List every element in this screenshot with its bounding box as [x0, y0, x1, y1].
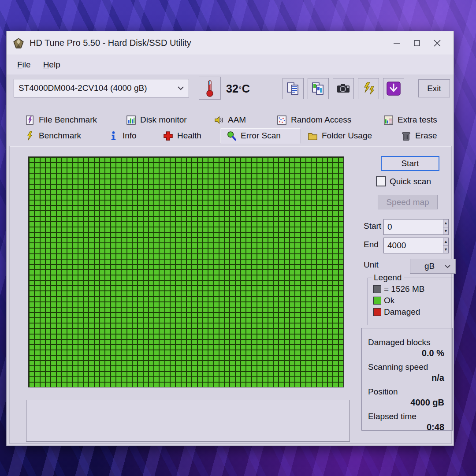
upload-results-icon: [361, 81, 376, 96]
speed-map-label: Speed map: [386, 197, 429, 207]
chevron-down-icon: [177, 86, 184, 90]
exit-label: Exit: [427, 84, 441, 93]
end-range-spinner: ▲ ▼: [443, 238, 448, 253]
tab-file-benchmark[interactable]: File Benchmark: [18, 112, 119, 128]
elapsed-time-label: Elapsed time: [368, 412, 446, 421]
save-results-button[interactable]: [383, 78, 404, 99]
end-range-input[interactable]: [384, 238, 443, 253]
erase-trash-icon: [401, 131, 411, 141]
download-arrow-icon: [386, 81, 402, 97]
tab-folder-usage[interactable]: Folder Usage: [301, 128, 394, 144]
speed-map-button[interactable]: Speed map: [378, 195, 438, 209]
legend-label: = 1526 MB: [384, 284, 424, 294]
start-scan-button[interactable]: Start: [381, 156, 439, 171]
legend-title: Legend: [372, 273, 404, 283]
legend-group: Legend = 1526 MB Ok Damaged: [368, 278, 454, 325]
benchmark-icon: [25, 131, 35, 141]
tab-row-2: Benchmark Info Health Err: [18, 128, 451, 144]
exit-button[interactable]: Exit: [418, 79, 450, 97]
temperature-value: 32: [226, 82, 238, 95]
disk-monitor-icon: [126, 115, 136, 125]
camera-icon: [336, 81, 351, 96]
damaged-swatch: [373, 308, 381, 316]
spin-up-icon[interactable]: ▲: [443, 238, 448, 246]
titlebar[interactable]: HD Tune Pro 5.50 - Hard Disk/SSD Utility: [7, 31, 454, 55]
tab-health[interactable]: Health: [156, 128, 220, 144]
tab-extra-tests[interactable]: Extra tests: [377, 112, 443, 128]
tab-random-access[interactable]: Random Access: [270, 112, 377, 128]
unit-label: Unit: [364, 260, 379, 270]
folder-usage-icon: [308, 131, 318, 141]
tab-label: Error Scan: [241, 131, 281, 141]
tab-label: File Benchmark: [39, 115, 97, 125]
temperature-scale: C: [242, 82, 250, 95]
tabstrip: File Benchmark Disk monitor AAM: [18, 112, 451, 144]
start-scan-label: Start: [401, 159, 419, 168]
hd-tune-window: HD Tune Pro 5.50 - Hard Disk/SSD Utility…: [6, 31, 454, 446]
quick-scan-label: Quick scan: [390, 177, 431, 186]
elapsed-time-value: 0:48: [368, 422, 446, 432]
menubar: File Help: [7, 55, 454, 74]
maximize-button[interactable]: [407, 34, 427, 52]
copy-screenshot-button[interactable]: [308, 78, 329, 99]
tab-erase[interactable]: Erase: [394, 128, 443, 144]
upload-results-button[interactable]: [358, 78, 379, 99]
start-range-input[interactable]: [384, 219, 443, 234]
tab-info[interactable]: Info: [102, 128, 156, 144]
scan-stats-group: Damaged blocks 0.0 % Scanning speed n/a …: [361, 328, 453, 431]
save-screenshot-button[interactable]: [333, 78, 354, 99]
tab-label: AAM: [228, 115, 246, 125]
tab-label: Extra tests: [398, 115, 437, 125]
copy-screenshot-icon: [311, 81, 326, 96]
quick-scan-checkbox[interactable]: [376, 176, 386, 186]
tab-benchmark[interactable]: Benchmark: [18, 128, 102, 144]
error-scan-block-map[interactable]: [28, 156, 344, 387]
spin-down-icon[interactable]: ▼: [443, 227, 448, 235]
random-access-icon: [277, 115, 287, 125]
window-title: HD Tune Pro 5.50 - Hard Disk/SSD Utility: [30, 38, 387, 48]
drive-selector[interactable]: ST4000DM004-2CV104 (4000 gB): [14, 79, 189, 97]
app-icon: [13, 37, 24, 49]
chevron-down-icon: [444, 264, 451, 268]
legend-label: Ok: [384, 296, 394, 305]
minimize-icon: [393, 39, 401, 47]
unit-value: gB: [415, 261, 444, 271]
start-range-label: Start: [364, 221, 381, 231]
tab-label: Erase: [415, 131, 437, 141]
tab-label: Info: [123, 131, 137, 141]
end-range-label: End: [364, 240, 379, 249]
damaged-blocks-label: Damaged blocks: [368, 338, 446, 347]
block-size-swatch: [373, 285, 381, 293]
close-icon: [433, 39, 442, 48]
maximize-icon: [413, 39, 421, 47]
tab-row-1: File Benchmark Disk monitor AAM: [18, 112, 451, 128]
legend-item-ok: Ok: [373, 296, 454, 305]
error-scan-page: Start Quick scan Speed map Start ▲ ▼ End…: [9, 146, 452, 444]
drive-selector-value: ST4000DM004-2CV104 (4000 gB): [19, 83, 177, 93]
scanning-speed-value: n/a: [368, 373, 446, 383]
menu-file[interactable]: File: [11, 57, 37, 72]
tab-error-scan[interactable]: Error Scan: [220, 128, 301, 144]
tab-aam[interactable]: AAM: [207, 112, 270, 128]
tab-label: Health: [177, 131, 201, 141]
close-button[interactable]: [427, 34, 447, 52]
spin-up-icon[interactable]: ▲: [443, 219, 448, 227]
unit-select[interactable]: gB: [410, 259, 456, 274]
copy-info-icon: [286, 81, 301, 96]
tab-disk-monitor[interactable]: Disk monitor: [119, 112, 207, 128]
error-scan-magnifier-icon: [227, 131, 237, 141]
degree-symbol: °: [239, 85, 242, 93]
temperature-display: 32°C: [226, 74, 250, 103]
copy-info-button[interactable]: [283, 78, 304, 99]
health-cross-icon: [163, 131, 173, 141]
start-range-field: ▲ ▼: [383, 219, 449, 235]
spin-down-icon[interactable]: ▼: [443, 246, 448, 253]
end-range-field: ▲ ▼: [383, 238, 449, 253]
tab-label: Random Access: [291, 115, 351, 125]
minimize-button[interactable]: [387, 34, 407, 52]
ok-swatch: [373, 297, 381, 305]
file-benchmark-icon: [25, 115, 35, 125]
legend-label: Damaged: [384, 307, 420, 317]
temperature-button[interactable]: [199, 77, 221, 100]
menu-help[interactable]: Help: [37, 57, 67, 72]
